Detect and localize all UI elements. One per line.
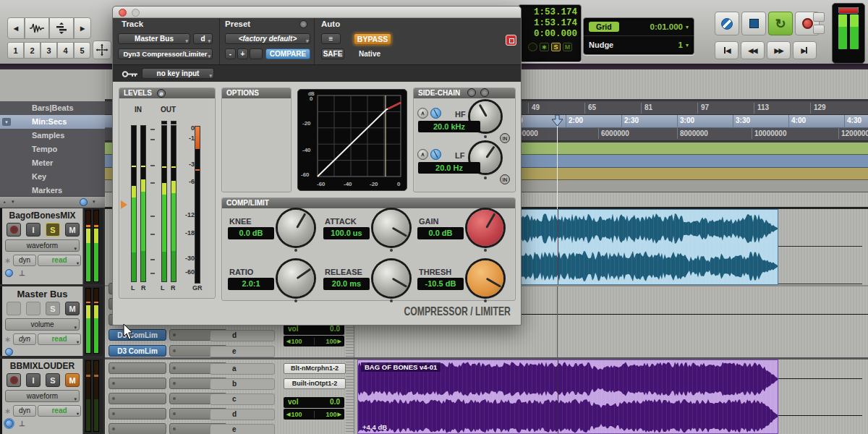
preset-selector[interactable]: <factory default>▾ [225, 33, 310, 44]
track-header-bbmixlouder[interactable]: BBMIXLOUDER I S M waveform▾ ∗ dyn read▾ … [2, 359, 83, 434]
main-counter-display[interactable]: 1:53.174 1:53.174 0:00.000 ∗ S M [518, 4, 582, 62]
midi-zoom-button[interactable] [49, 17, 74, 39]
insert-slot-d3-comlim[interactable]: D3 ComLim [109, 329, 166, 341]
mirror-status-icon[interactable]: ∗ [540, 43, 549, 51]
grabber-tool-button[interactable] [93, 41, 111, 59]
global-mute-indicator[interactable]: M [563, 43, 572, 51]
track-name[interactable]: Master Bus [2, 286, 82, 299]
transport-expand-button-1[interactable] [813, 12, 825, 22]
menu-square-icon[interactable]: ▪ [4, 199, 6, 205]
grid-value[interactable]: 0:01.000 [650, 22, 683, 31]
ruler-bars-beats[interactable]: Bars|Beats [32, 101, 104, 115]
global-solo-indicator[interactable]: S [551, 43, 561, 51]
automation-mode-button[interactable]: read▾ [38, 255, 81, 266]
zoom-preset-4[interactable]: 4 [57, 42, 74, 59]
return-to-zero-button[interactable]: ◀ [715, 41, 739, 59]
solo-button[interactable]: S [46, 373, 60, 387]
hf-in-button[interactable]: IN [500, 133, 510, 143]
knee-knob[interactable] [278, 210, 314, 246]
record-enable-button[interactable] [7, 223, 21, 237]
chevron-down-icon[interactable]: ▾ [93, 199, 95, 205]
elastic-audio-icon[interactable]: ∗ [4, 335, 12, 344]
dyn-button[interactable]: dyn [13, 255, 36, 266]
dyn-button[interactable]: dyn [13, 405, 36, 417]
record-enable-button[interactable] [7, 373, 21, 387]
insert-slot-empty[interactable] [109, 378, 166, 389]
zoom-in-button[interactable]: ▶ [74, 17, 91, 39]
audio-clip-bag-of-bones[interactable]: BAG OF BONES v4-01 +4.4 dB [357, 359, 778, 434]
hf-bandpass-filter-button[interactable]: ∧ [417, 108, 428, 119]
insert-letter-d[interactable]: d [210, 330, 275, 341]
elastic-audio-icon[interactable]: ∗ [4, 256, 12, 265]
timebase-clock-icon[interactable] [5, 420, 13, 427]
insert-position-selector[interactable]: d▾ [193, 33, 213, 44]
insert-slot-empty[interactable] [109, 362, 166, 374]
timebase-clock-icon[interactable] [5, 269, 13, 277]
solo-button[interactable]: S [46, 302, 60, 315]
minimize-window-button[interactable] [132, 9, 140, 17]
zoom-preset-3[interactable]: 3 [41, 42, 57, 59]
close-window-button[interactable] [119, 9, 127, 17]
attack-knob[interactable] [373, 210, 409, 246]
ruler-meter[interactable]: Meter [32, 156, 104, 170]
master-volume-display[interactable]: vol 0.0 [284, 324, 344, 335]
nudge-value-chevron-icon[interactable]: ▾ [686, 42, 689, 48]
ruler-tempo[interactable]: Tempo [32, 142, 104, 156]
lf-in-button[interactable]: IN [500, 174, 510, 184]
thresh-knob[interactable] [467, 260, 503, 297]
rewind-button[interactable]: ◀◀ [741, 41, 765, 59]
solo-button-active[interactable]: S [46, 223, 60, 237]
ruler-samples[interactable]: Samples [32, 129, 104, 142]
track-view-selector[interactable]: waveform▾ [5, 239, 80, 252]
release-display[interactable]: 20.0 ms [323, 278, 370, 290]
lf-frequency-display[interactable]: 20.0 Hz [418, 162, 480, 174]
insert-slot-d3-comlim[interactable]: D3 ComLim [109, 345, 166, 357]
insert-letter-e[interactable]: e [210, 346, 275, 357]
zoom-preset-1[interactable]: 1 [7, 42, 24, 59]
ruler-min-secs-selected[interactable]: ▾ Min:Secs [0, 115, 105, 129]
go-to-end-button[interactable]: ▶ [793, 41, 817, 59]
gain-display[interactable]: 0.0 dB [417, 227, 464, 239]
hf-shelf-filter-button[interactable]: ╲ [430, 108, 441, 119]
timebase-clock-icon[interactable] [5, 348, 13, 356]
gain-knob[interactable] [467, 210, 503, 246]
phase-invert-button[interactable]: ø [157, 89, 166, 98]
clip-indicator[interactable] [838, 7, 859, 14]
plugin-selector[interactable]: Dyn3 Compressor/Limiter▾ [118, 48, 213, 59]
insert-slot-empty[interactable] [109, 393, 166, 404]
librarian-menu-button[interactable] [250, 48, 263, 59]
track-pan-display[interactable]: ◀ 100 100 ▶ [284, 409, 344, 420]
compare-button[interactable]: COMPARE [265, 48, 310, 59]
bypass-button-active[interactable]: BYPASS [354, 33, 391, 45]
elastic-audio-icon[interactable]: ∗ [4, 407, 12, 416]
play-button-active[interactable]: ↻ [768, 12, 793, 35]
preset-menu-icon[interactable] [299, 20, 307, 28]
chevron-down-icon[interactable]: ▾ [2, 118, 11, 126]
zoom-out-button[interactable]: ◀ [7, 17, 25, 39]
ruler-key[interactable]: Key [32, 170, 104, 184]
grid-value-chevron-icon[interactable]: ▾ [686, 24, 689, 30]
mute-button[interactable]: M [65, 223, 80, 237]
input-monitor-button[interactable]: I [26, 373, 41, 387]
sidechain-monitor-button[interactable] [480, 88, 489, 97]
preset-increment-button[interactable]: + [237, 48, 248, 59]
plugin-title-bar[interactable] [113, 7, 521, 18]
track-volume-display[interactable]: vol 0.0 [284, 397, 344, 408]
output-path-selector[interactable]: Built-inOtpt1-2 [284, 378, 346, 389]
transport-expand-button-2[interactable] [813, 25, 825, 34]
stop-button[interactable] [741, 12, 766, 35]
automation-mode-button[interactable]: read▾ [38, 405, 81, 417]
mute-button-active[interactable]: M [65, 373, 80, 387]
track-header-bagofbonesmix[interactable]: BagofBonesMIX I S M waveform▾ ∗ dyn read… [2, 208, 83, 284]
dyn-button[interactable]: dyn [13, 333, 36, 345]
track-header-master-bus[interactable]: Master Bus S M volume▾ ∗ dyn read▾ [2, 286, 83, 356]
input-path-selector[interactable]: Blt-nMcrphn1-2 [284, 363, 346, 374]
track-name[interactable]: BagofBonesMIX [2, 208, 82, 221]
target-button[interactable] [506, 35, 516, 46]
insert-slot-empty[interactable] [109, 423, 166, 434]
key-input-selector[interactable]: no key input▾ [142, 68, 214, 79]
key-listen-button[interactable] [467, 88, 476, 97]
nudge-value[interactable]: 1 [678, 41, 683, 49]
playhead-marker-icon[interactable] [550, 114, 564, 127]
track-name[interactable]: BBMIXLOUDER [2, 359, 82, 371]
